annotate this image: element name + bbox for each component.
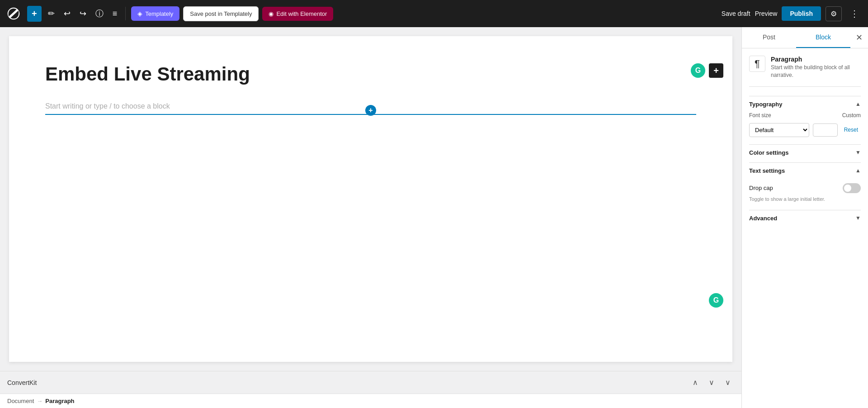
info-button[interactable]: ⓘ (93, 5, 106, 22)
toolbar-right: Save draft Preview Publish ⚙ ⋮ (722, 6, 863, 21)
advanced-section-header[interactable]: Advanced ▼ (749, 210, 861, 226)
tab-post[interactable]: Post (742, 27, 796, 48)
elementor-icon: ◉ (269, 10, 274, 17)
right-panel: Post Block ✕ ¶ Paragraph Start with the … (741, 27, 868, 408)
typography-chevron: ▲ (855, 101, 861, 107)
templately-label: Templately (145, 10, 173, 17)
add-block-corner-button[interactable]: + (709, 63, 723, 78)
typography-content: Font size Custom DefaultSmallNormalMediu… (749, 112, 861, 142)
color-settings-title: Color settings (749, 149, 788, 156)
text-settings-chevron: ▲ (855, 167, 861, 174)
breadcrumb-paragraph[interactable]: Paragraph (45, 398, 74, 404)
color-settings-chevron: ▼ (855, 149, 861, 156)
toolbar-divider (125, 7, 126, 20)
edit-elementor-button[interactable]: ◉ Edit with Elementor (262, 7, 333, 21)
editor-canvas[interactable]: G Embed Live Streaming + Start writing o… (9, 36, 732, 362)
tab-block-label: Block (816, 33, 831, 41)
publish-label: Publish (790, 10, 813, 17)
panel-tabs: Post Block ✕ (742, 27, 868, 48)
main-layout: G Embed Live Streaming + Start writing o… (0, 27, 868, 408)
undo-icon: ↩ (64, 9, 71, 19)
tools-button[interactable]: ✏ (45, 6, 57, 21)
convertkit-chevron-up-button[interactable]: ∧ (689, 376, 702, 389)
custom-label: Custom (842, 112, 861, 119)
font-size-row: DefaultSmallNormalMediumLargeExtra Large… (749, 123, 861, 137)
paragraph-icon: ¶ (755, 58, 760, 70)
block-description: Start with the building block of all nar… (771, 64, 861, 79)
drop-cap-label: Drop cap (749, 185, 773, 191)
block-title: Paragraph (771, 56, 861, 63)
text-settings-content: Drop cap Toggle to show a large initial … (749, 183, 861, 208)
settings-icon: ⚙ (830, 10, 837, 18)
font-size-reset-button[interactable]: Reset (841, 125, 861, 135)
typography-section-header[interactable]: Typography ▲ (749, 96, 861, 112)
block-icon: ¶ (749, 56, 765, 72)
editor-area: G Embed Live Streaming + Start writing o… (0, 27, 741, 408)
grammarly-icon-bottom: G (709, 293, 723, 308)
reset-label: Reset (844, 127, 858, 133)
convertkit-bar: ConvertKit ∧ ∨ ∨ (0, 371, 741, 394)
breadcrumb: Document → Paragraph (7, 398, 75, 404)
save-draft-button[interactable]: Save draft (722, 10, 750, 17)
wp-logo-icon (6, 6, 21, 21)
convertkit-label: ConvertKit (7, 379, 685, 386)
close-icon: ✕ (856, 33, 863, 42)
publish-button[interactable]: Publish (782, 6, 821, 21)
list-icon: ≡ (113, 9, 118, 19)
redo-button[interactable]: ↪ (77, 6, 89, 21)
post-title[interactable]: Embed Live Streaming (45, 63, 696, 85)
block-info: ¶ Paragraph Start with the building bloc… (749, 56, 861, 87)
save-draft-label: Save draft (722, 10, 750, 17)
panel-close-button[interactable]: ✕ (850, 29, 868, 46)
breadcrumb-document[interactable]: Document (7, 398, 34, 404)
tab-post-label: Post (763, 33, 775, 41)
more-options-button[interactable]: ⋮ (846, 6, 863, 21)
info-icon: ⓘ (95, 8, 104, 19)
drop-cap-hint: Toggle to show a large initial letter. (749, 196, 861, 203)
advanced-chevron: ▼ (855, 215, 861, 221)
grammarly-icon-top: G (691, 63, 705, 78)
templately-button[interactable]: ◈ Templately (131, 6, 179, 21)
font-size-label: Font size (749, 112, 842, 119)
save-post-templately-button[interactable]: Save post in Templately (183, 6, 259, 21)
elementor-label: Edit with Elementor (276, 10, 327, 17)
breadcrumb-arrow: → (37, 398, 42, 404)
more-icon: ⋮ (850, 9, 859, 19)
drop-cap-toggle[interactable] (843, 183, 861, 193)
save-templately-label: Save post in Templately (190, 10, 252, 17)
grammarly-letter: G (695, 66, 701, 75)
preview-label: Preview (755, 10, 778, 17)
panel-content: ¶ Paragraph Start with the building bloc… (742, 48, 868, 408)
color-settings-section-header[interactable]: Color settings ▼ (749, 144, 861, 161)
text-settings-title: Text settings (749, 167, 785, 174)
text-settings-section-header[interactable]: Text settings ▲ (749, 162, 861, 179)
add-block-inline-button[interactable]: + (365, 105, 376, 116)
status-bar: Document → Paragraph (0, 394, 741, 408)
list-view-button[interactable]: ≡ (110, 6, 120, 21)
add-block-button[interactable]: + (27, 6, 42, 22)
redo-icon: ↪ (80, 9, 86, 19)
advanced-title: Advanced (749, 215, 777, 222)
settings-button[interactable]: ⚙ (826, 6, 842, 21)
grammarly-letter-bottom: G (713, 296, 719, 304)
undo-button[interactable]: ↩ (61, 6, 73, 21)
font-size-select[interactable]: DefaultSmallNormalMediumLargeExtra Large (749, 123, 809, 137)
paragraph-block[interactable]: Start writing or type / to choose a bloc… (45, 99, 696, 115)
typography-title: Typography (749, 101, 782, 108)
main-toolbar: + ✏ ↩ ↪ ⓘ ≡ ◈ Templately Save post in Te… (0, 0, 868, 27)
toggle-slider (843, 183, 861, 193)
block-details: Paragraph Start with the building block … (771, 56, 861, 79)
tab-block[interactable]: Block (796, 27, 850, 48)
drop-cap-row: Drop cap (749, 183, 861, 193)
convertkit-chevron-down-button[interactable]: ∨ (705, 376, 718, 389)
font-size-custom-input[interactable] (813, 123, 838, 137)
templately-icon: ◈ (137, 10, 142, 17)
tools-icon: ✏ (48, 9, 55, 19)
preview-button[interactable]: Preview (755, 10, 778, 17)
editor-content: G Embed Live Streaming + Start writing o… (9, 36, 732, 362)
convertkit-close-button[interactable]: ∨ (722, 376, 734, 389)
block-inline-toolbar: + (365, 105, 376, 116)
wordpress-logo (5, 5, 22, 22)
